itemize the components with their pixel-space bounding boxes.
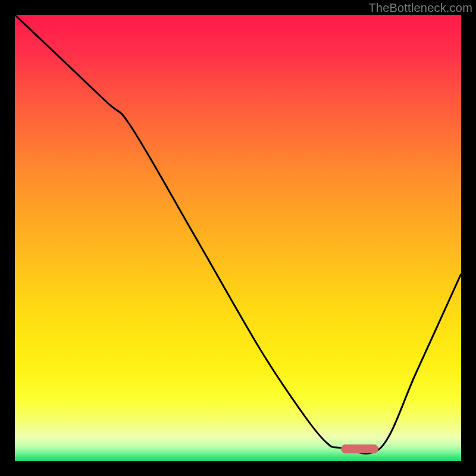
plot-area: [15, 15, 461, 461]
curve-line: [15, 15, 461, 461]
optimum-marker: [341, 444, 379, 453]
watermark-text: TheBottleneck.com: [368, 1, 472, 15]
